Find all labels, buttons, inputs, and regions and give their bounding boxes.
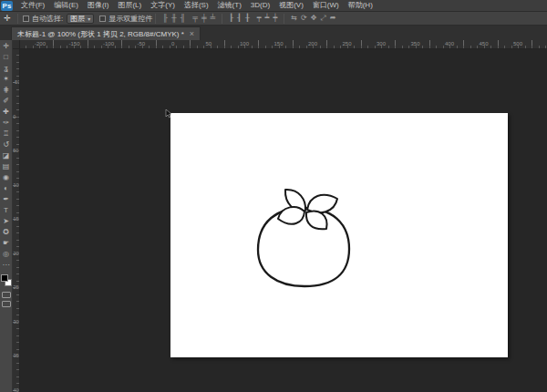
marquee-tool-icon[interactable]: □ <box>0 52 13 63</box>
foreground-color-swatch[interactable] <box>1 274 8 282</box>
screen-mode-button[interactable] <box>2 301 11 307</box>
menu-items: 文件(F)编辑(E)图像(I)图层(L)文字(Y)选择(S)滤镜(T)3D(D)… <box>16 0 377 11</box>
crop-tool-icon[interactable]: ⋕ <box>0 85 13 96</box>
document-tab[interactable]: 未标题-1 @ 100% (形状 1 拷贝 2, RGB/8#/CMYK) * … <box>11 26 201 40</box>
healing-brush-tool-icon[interactable]: ✚ <box>0 107 13 118</box>
distribute-icon[interactable]: ┠ <box>229 14 233 23</box>
document-canvas[interactable] <box>170 113 508 357</box>
horizontal-ruler[interactable]: -200-150-100-500501001502002503003504004… <box>20 40 547 49</box>
distribute-icon[interactable]: ┿ <box>273 14 277 23</box>
menu-item[interactable]: 滤镜(T) <box>213 0 246 11</box>
menu-item[interactable]: 图像(I) <box>83 0 114 11</box>
ruler-label: 50 <box>206 41 212 46</box>
hand-tool-icon[interactable]: ☛ <box>0 238 13 249</box>
align-icon[interactable]: ╢ <box>181 14 186 23</box>
dodge-tool-icon[interactable]: ◐ <box>0 183 13 194</box>
move-tool-options-icon: ✛ <box>0 14 15 23</box>
align-icon[interactable]: ╧ <box>211 14 216 23</box>
auto-select-dropdown[interactable]: 图层 ▾ <box>67 14 94 24</box>
ruler-label: 100 <box>14 182 20 187</box>
ruler-label: -150 <box>69 41 80 46</box>
ruler-label: 150 <box>14 216 20 221</box>
ruler-label: 0 <box>13 114 15 119</box>
ruler-label: -50 <box>138 41 146 46</box>
quick-mask-button[interactable] <box>2 292 11 298</box>
menu-item[interactable]: 文字(Y) <box>146 0 180 11</box>
show-transform-checkbox[interactable] <box>99 15 106 22</box>
distribute-icon[interactable]: ┷ <box>265 14 270 23</box>
distribute-icon[interactable]: ┨ <box>237 14 242 23</box>
ruler-origin-box[interactable] <box>13 40 20 49</box>
ruler-label: 200 <box>308 41 317 46</box>
menu-item[interactable]: 帮助(H) <box>344 0 377 11</box>
separator <box>155 14 156 24</box>
clone-stamp-tool-icon[interactable]: ♖ <box>0 129 13 139</box>
path-selection-tool-icon[interactable]: ➤ <box>0 216 13 227</box>
ruler-label: 350 <box>411 41 420 46</box>
separator <box>284 14 284 24</box>
menu-item[interactable]: 窗口(W) <box>308 0 344 11</box>
align-icon[interactable]: ╤ <box>192 14 198 23</box>
align-icon[interactable]: ╪ <box>201 14 207 23</box>
document-tab-bar: 未标题-1 @ 100% (形状 1 拷贝 2, RGB/8#/CMYK) * … <box>0 26 547 40</box>
photoshop-window: Ps 文件(F)编辑(E)图像(I)图层(L)文字(Y)选择(S)滤镜(T)3D… <box>0 0 547 392</box>
mode-icon[interactable]: ➦ <box>330 14 336 23</box>
brush-tool-icon[interactable]: ✑ <box>0 118 13 129</box>
distribute-horizontal-icons: ┯┷┿ <box>257 14 277 23</box>
ruler-label: 400 <box>14 387 20 392</box>
distribute-vertical-icons: ┠┨╂ <box>229 14 249 23</box>
ruler-label: 400 <box>445 41 454 46</box>
menu-item[interactable]: 选择(S) <box>180 0 213 11</box>
photoshop-logo-icon: Ps <box>1 1 13 11</box>
auto-select-dropdown-value: 图层 <box>70 14 85 24</box>
ruler-label: 100 <box>240 41 249 46</box>
mode-icon[interactable]: ⟳ <box>301 14 307 23</box>
ruler-label: 300 <box>377 41 386 46</box>
move-tool-icon[interactable]: ✛ <box>0 41 13 52</box>
separator <box>222 14 222 24</box>
pen-tool-icon[interactable]: ✒ <box>0 194 13 205</box>
custom-shape-tool-icon[interactable]: ✪ <box>0 227 13 238</box>
align-icon[interactable]: ╫ <box>171 14 177 23</box>
ruler-label: 250 <box>14 284 20 289</box>
history-brush-tool-icon[interactable]: ↺ <box>0 139 13 150</box>
ruler-label: 500 <box>513 41 522 46</box>
ruler-label: -100 <box>103 41 114 46</box>
eraser-tool-icon[interactable]: ◪ <box>0 150 13 161</box>
menu-item[interactable]: 文件(F) <box>16 0 49 11</box>
eyedropper-tool-icon[interactable]: ✐ <box>0 96 13 107</box>
blur-tool-icon[interactable]: ◉ <box>0 172 13 183</box>
ruler-label: 250 <box>343 41 352 46</box>
show-transform-label: 显示双重控件 <box>108 14 152 24</box>
ruler-label: 50 <box>13 148 18 152</box>
auto-select-label: 自动选择: <box>32 14 63 24</box>
mode-icon[interactable]: ⤢ <box>320 14 325 23</box>
menu-item[interactable]: 视图(V) <box>274 0 308 11</box>
type-tool-icon[interactable]: T <box>0 205 13 216</box>
menu-bar: Ps 文件(F)编辑(E)图像(I)图层(L)文字(Y)选择(S)滤镜(T)3D… <box>0 0 547 12</box>
vertical-ruler[interactable]: -50050100150200250300350400 <box>13 49 20 392</box>
document-tab-title: 未标题-1 @ 100% (形状 1 拷贝 2, RGB/8#/CMYK) * <box>17 29 184 39</box>
auto-select-checkbox[interactable] <box>23 15 29 22</box>
edit-toolbar-icon[interactable]: ⋯ <box>0 260 13 271</box>
workspace: ✛□ʓ✶⋕✐✚✑♖↺◪▤◉◐✒T➤✪☛◎⋯ -200-150-100-50050… <box>0 40 547 392</box>
ruler-label: 300 <box>14 319 20 324</box>
menu-item[interactable]: 图层(L) <box>113 0 146 11</box>
mode-icon[interactable]: ⇆ <box>291 14 297 23</box>
ruler-label: 0 <box>171 41 174 46</box>
distribute-icon[interactable]: ╂ <box>245 14 250 23</box>
distribute-icon[interactable]: ┯ <box>257 14 262 23</box>
quick-selection-tool-icon[interactable]: ✶ <box>0 74 13 85</box>
mode-icon[interactable]: ✥ <box>311 14 317 23</box>
menu-item[interactable]: 编辑(E) <box>49 0 83 11</box>
menu-item[interactable]: 3D(D) <box>246 0 274 11</box>
ruler-label: 450 <box>480 41 489 46</box>
tomato-line-art <box>170 113 508 357</box>
separator <box>17 14 18 24</box>
align-icon[interactable]: ╟ <box>162 14 168 23</box>
gradient-tool-icon[interactable]: ▤ <box>0 161 13 172</box>
move-cursor-icon <box>165 106 172 122</box>
close-icon[interactable]: × <box>190 30 194 38</box>
lasso-tool-icon[interactable]: ʓ <box>0 63 13 74</box>
zoom-tool-icon[interactable]: ◎ <box>0 249 13 260</box>
